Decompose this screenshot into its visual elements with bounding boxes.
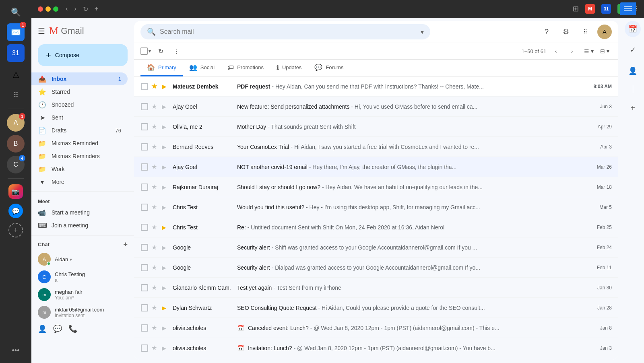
nav-snoozed[interactable]: 🕐 Snoozed bbox=[31, 98, 128, 111]
nav-drafts[interactable]: 📄 Drafts 76 bbox=[31, 124, 128, 137]
density-button[interactable]: ⊟ ▾ bbox=[598, 46, 612, 56]
tab-social[interactable]: 👥 Social bbox=[183, 60, 221, 76]
reload-button[interactable]: ↻ bbox=[80, 4, 91, 14]
email-star[interactable]: ★ bbox=[150, 344, 158, 352]
email-star[interactable]: ★ bbox=[150, 264, 158, 271]
nav-work[interactable]: 📁 Work bbox=[31, 163, 128, 175]
fullscreen-button[interactable] bbox=[53, 6, 58, 12]
apps-button[interactable]: ⠿ bbox=[578, 25, 592, 39]
email-star[interactable]: ★ bbox=[150, 203, 158, 211]
email-checkbox[interactable] bbox=[140, 344, 149, 352]
email-checkbox[interactable] bbox=[140, 123, 149, 130]
email-checkbox[interactable] bbox=[140, 184, 149, 191]
chat-user-chris[interactable]: C Chris Testing a bbox=[31, 268, 134, 286]
search-dropdown-icon[interactable]: ▾ bbox=[421, 28, 424, 36]
email-checkbox[interactable] bbox=[140, 304, 149, 311]
nav-starred[interactable]: ⭐ Starred bbox=[31, 85, 128, 98]
back-button[interactable]: ‹ bbox=[63, 4, 70, 14]
email-star[interactable]: ★ bbox=[150, 163, 158, 171]
messenger-icon[interactable]: 💬 bbox=[8, 203, 24, 219]
email-row[interactable]: ★ ▶ Ajay Goel New feature: Send personal… bbox=[134, 97, 618, 117]
tab-updates[interactable]: ℹ Updates bbox=[270, 60, 308, 76]
email-row[interactable]: ★ ▶ Google Security alert - Shift was gr… bbox=[134, 237, 618, 258]
email-star[interactable]: ★ bbox=[150, 223, 158, 231]
help-button[interactable]: ? bbox=[539, 25, 554, 39]
minimize-button[interactable] bbox=[45, 6, 51, 12]
chat-add-button[interactable]: + bbox=[123, 240, 128, 249]
email-star[interactable]: ★ bbox=[150, 123, 158, 130]
stack-icon[interactable]: ⊞ bbox=[573, 4, 579, 13]
settings-button[interactable]: ⚙ bbox=[559, 25, 573, 39]
user-avatar-2[interactable]: B bbox=[7, 135, 25, 153]
email-row[interactable]: ★ ▶ olivia.scholes 📅 Canceled event: Lun… bbox=[134, 318, 618, 338]
nav-mixmax-reminded[interactable]: 📁 Mixmax Reminded bbox=[31, 137, 128, 150]
email-row[interactable]: ★ ▶ Giancarlo Klemm Cam. Test yet again … bbox=[134, 278, 618, 298]
email-row[interactable]: ★ ▶ Rajkumar Durairaj Should I stay or s… bbox=[134, 177, 618, 197]
chat-user-aidan[interactable]: A Aidan ▾ bbox=[31, 250, 134, 268]
more-actions-button[interactable]: ⋮ bbox=[170, 45, 183, 58]
chat-bubble-icon[interactable]: 💬 bbox=[53, 324, 62, 333]
chat-user-meghan[interactable]: m meghan fair You: am* bbox=[31, 286, 134, 303]
email-row[interactable]: ★ ▶ Ajay Goel NOT another covid-19 email… bbox=[134, 157, 618, 177]
email-row[interactable]: ★ ▶ Google Security alert - Dialpad was … bbox=[134, 258, 618, 278]
right-contacts-icon[interactable]: 👤 bbox=[625, 63, 641, 79]
hamburger-menu[interactable]: ☰ bbox=[38, 26, 45, 36]
new-tab-button[interactable]: + bbox=[92, 4, 101, 14]
calendar-titlebar-icon[interactable]: 31 bbox=[601, 4, 611, 14]
email-row[interactable]: ★ ▶ Olivia, me 2 Document you asked for … bbox=[134, 358, 618, 360]
prev-page-button[interactable]: ‹ bbox=[549, 45, 562, 58]
email-star[interactable]: ★ bbox=[150, 103, 158, 110]
tab-forums[interactable]: 💬 Forums bbox=[308, 60, 350, 76]
forward-button[interactable]: › bbox=[72, 4, 78, 14]
meet-start[interactable]: 📹 Start a meeting bbox=[31, 206, 134, 219]
compose-button[interactable]: + Compose bbox=[38, 44, 128, 66]
email-checkbox[interactable] bbox=[140, 143, 149, 151]
instagram-icon[interactable]: 📷 bbox=[8, 184, 24, 200]
email-checkbox[interactable] bbox=[140, 103, 149, 110]
nav-inbox[interactable]: 📥 Inbox 1 bbox=[31, 72, 128, 85]
right-tasks-icon[interactable]: ✓ bbox=[625, 42, 641, 58]
email-row[interactable]: ★ ▶ Chris Test Re: - Untitled document S… bbox=[134, 217, 618, 237]
email-checkbox[interactable] bbox=[140, 324, 149, 332]
email-star[interactable]: ★ bbox=[150, 143, 158, 151]
email-checkbox[interactable] bbox=[140, 163, 149, 171]
chat-user-mkfair[interactable]: m mkfair05@gmail.com Invitation sent bbox=[31, 303, 134, 321]
list-view-button[interactable]: ☰ ▾ bbox=[582, 46, 596, 56]
email-star[interactable]: ★ bbox=[150, 82, 158, 90]
email-star[interactable]: ★ bbox=[150, 324, 158, 332]
apps-grid-icon[interactable]: ⠿ bbox=[7, 86, 25, 104]
user-avatar-3[interactable]: C 4 bbox=[7, 156, 25, 173]
email-checkbox[interactable] bbox=[140, 264, 149, 271]
calendar-app-icon[interactable]: 31 bbox=[7, 44, 25, 62]
email-star[interactable]: ★ bbox=[150, 243, 158, 251]
email-row[interactable]: ★ ▶ olivia.scholes 📅 Invitation: Lunch? … bbox=[134, 338, 618, 358]
aidan-dropdown[interactable]: ▾ bbox=[70, 257, 72, 262]
select-dropdown-icon[interactable]: ▾ bbox=[149, 48, 151, 54]
add-account-icon[interactable]: + bbox=[8, 222, 24, 238]
email-checkbox[interactable] bbox=[140, 83, 149, 90]
email-checkbox[interactable] bbox=[140, 244, 149, 251]
email-row[interactable]: ★ ▶ Olivia, me 2 Mother Day - That sound… bbox=[134, 117, 618, 137]
meet-join[interactable]: ⌨ Join a meeting bbox=[31, 219, 134, 232]
tab-primary[interactable]: 🏠 Primary bbox=[140, 60, 183, 76]
user-avatar[interactable]: A bbox=[597, 25, 612, 39]
close-button[interactable] bbox=[38, 6, 43, 12]
search-input[interactable] bbox=[160, 28, 417, 35]
right-add-icon[interactable]: + bbox=[625, 100, 641, 116]
email-row[interactable]: ★ ▶ Bernard Reeves Your CosmoLex Trial -… bbox=[134, 137, 618, 157]
search-bar[interactable]: 🔍 ▾ bbox=[140, 24, 430, 39]
nav-sent[interactable]: ➤ Sent bbox=[31, 111, 128, 124]
email-star[interactable]: ★ bbox=[150, 284, 158, 291]
chat-phone-icon[interactable]: 📞 bbox=[68, 324, 77, 333]
refresh-button[interactable]: ↻ bbox=[154, 45, 167, 58]
email-checkbox[interactable] bbox=[140, 284, 149, 291]
email-checkbox[interactable] bbox=[140, 204, 149, 211]
drive-app-icon[interactable]: △ bbox=[7, 65, 25, 83]
email-star[interactable]: ★ bbox=[150, 304, 158, 311]
gmail-app-icon[interactable]: ✉️ 1 bbox=[7, 23, 25, 41]
gmail-titlebar-icon[interactable]: M bbox=[585, 4, 595, 14]
select-all-checkbox[interactable] bbox=[140, 47, 148, 55]
tab-promotions[interactable]: 🏷 Promotions bbox=[221, 60, 270, 76]
email-row[interactable]: ★ ▶ Dylan Schwartz SEO Consulting Quote … bbox=[134, 298, 618, 318]
nav-mixmax-reminders[interactable]: 📁 Mixmax Reminders bbox=[31, 150, 128, 163]
